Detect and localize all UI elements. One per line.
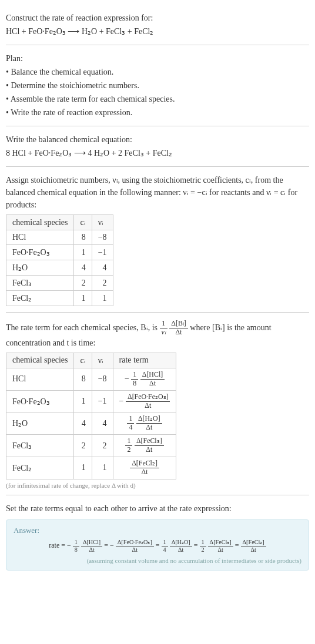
cell-species: HCl xyxy=(6,230,74,245)
balanced-section: Write the balanced chemical equation: 8 … xyxy=(6,126,309,167)
fn: Δ[HCl] xyxy=(81,539,102,546)
rt-frac-b: Δ[FeCl₂]Δt xyxy=(130,459,159,477)
eq: = xyxy=(194,541,200,549)
answer-note: (assuming constant volume and no accumul… xyxy=(14,557,301,564)
fd: 2 xyxy=(200,546,206,554)
cell-species: FeCl₂ xyxy=(6,291,74,306)
balanced-heading: Write the balanced chemical equation: xyxy=(6,133,309,146)
col-v: νᵢ xyxy=(92,353,113,368)
answer-box: Answer: rate = − 18 Δ[HCl]Δt = − Δ[FeO·F… xyxy=(6,519,309,571)
cell-rate: 14 Δ[H₂O]Δt xyxy=(113,412,176,435)
a-frac: Δ[HCl]Δt xyxy=(81,539,102,554)
fd: 8 xyxy=(131,380,138,388)
rt-pre: − xyxy=(119,396,124,405)
a-frac: 18 xyxy=(73,539,79,554)
cell-rate: − Δ[FeO·Fe₂O₃]Δt xyxy=(113,390,176,412)
fd: 4 xyxy=(127,424,134,432)
fn: Δ[FeCl₂] xyxy=(241,539,266,546)
a-frac: 12 xyxy=(200,539,206,554)
cell-rate: − 18 Δ[HCl]Δt xyxy=(113,368,176,390)
cell-c: 2 xyxy=(74,435,92,457)
cell-species: FeO·Fe₂O₃ xyxy=(6,245,74,260)
final-section: Set the rate terms equal to each other t… xyxy=(6,495,309,576)
a-frac: Δ[FeCl₂]Δt xyxy=(241,539,266,554)
rt-frac-a: 18 xyxy=(131,371,138,388)
table-row: FeCl₂ 1 1 xyxy=(6,291,113,306)
stoich-table-2: chemical species cᵢ νᵢ rate term HCl 8 −… xyxy=(6,353,176,479)
fn: 1 xyxy=(127,415,134,424)
fn: Δ[HCl] xyxy=(140,371,165,380)
rt-frac-b: Δ[FeCl₃]Δt xyxy=(135,437,164,454)
fd: 4 xyxy=(162,546,168,554)
table-row: FeCl₃ 2 2 12 Δ[FeCl₃]Δt xyxy=(6,435,176,457)
cell-rate: 12 Δ[FeCl₃]Δt xyxy=(113,435,176,457)
fd: Δt xyxy=(208,546,233,554)
cell-v: 1 xyxy=(92,291,113,306)
frac-den: Δt xyxy=(169,328,188,337)
cell-v: −8 xyxy=(92,368,113,390)
fn: 1 xyxy=(125,437,132,446)
fn: Δ[FeCl₃] xyxy=(208,539,233,546)
fd: 2 xyxy=(125,446,132,454)
fn: 1 xyxy=(200,539,206,546)
col-rate: rate term xyxy=(113,353,176,368)
intro-title: Construct the rate of reaction expressio… xyxy=(6,12,309,24)
rt-frac-b: Δ[H₂O]Δt xyxy=(136,415,162,432)
fd: Δt xyxy=(135,446,164,454)
a-frac: Δ[FeCl₃]Δt xyxy=(208,539,233,554)
plan-item: • Determine the stoichiometric numbers. xyxy=(6,79,309,92)
col-c: cᵢ xyxy=(74,353,92,368)
cell-rate: Δ[FeCl₂]Δt xyxy=(113,457,176,479)
col-v: νᵢ xyxy=(92,215,113,230)
cell-v: 2 xyxy=(92,276,113,291)
table-row: HCl 8 −8 xyxy=(6,230,113,245)
table-row: FeCl₂ 1 1 Δ[FeCl₂]Δt xyxy=(6,457,176,479)
rateterm-section: The rate term for each chemical species,… xyxy=(6,313,309,495)
rt-text-before: The rate term for each chemical species,… xyxy=(6,323,158,332)
plan-section: Plan: • Balance the chemical equation. •… xyxy=(6,45,309,126)
col-species: chemical species xyxy=(6,353,74,368)
fn: 1 xyxy=(131,371,138,380)
a-frac: Δ[FeO·Fe₂O₃]Δt xyxy=(116,539,154,554)
rt-frac-a: 14 xyxy=(127,415,134,432)
fd: 8 xyxy=(73,546,79,554)
frac-den: νᵢ xyxy=(160,328,167,337)
rt-frac-b: Δ[FeO·Fe₂O₃]Δt xyxy=(126,393,170,410)
fn: Δ[H₂O] xyxy=(136,415,162,424)
rt-frac-b: Δ[HCl]Δt xyxy=(140,371,165,388)
frac-num: Δ[Bᵢ] xyxy=(169,320,188,328)
cell-c: 8 xyxy=(74,368,92,390)
a-frac: 14 xyxy=(162,539,168,554)
fd: Δt xyxy=(116,546,154,554)
balanced-equation: 8 HCl + FeO·Fe₂O₃ ⟶ 4 H₂O + 2 FeCl₃ + Fe… xyxy=(6,147,309,159)
cell-species: FeO·Fe₂O₃ xyxy=(6,390,74,412)
fn: 1 xyxy=(162,539,168,546)
table-row: FeO·Fe₂O₃ 1 −1 − Δ[FeO·Fe₂O₃]Δt xyxy=(6,390,176,412)
cell-c: 1 xyxy=(74,291,92,306)
cell-species: HCl xyxy=(6,368,74,390)
eq: = xyxy=(235,541,241,549)
col-species: chemical species xyxy=(6,215,74,230)
cell-species: H₂O xyxy=(6,412,74,435)
cell-v: −8 xyxy=(92,230,113,245)
intro-section: Construct the rate of reaction expressio… xyxy=(6,5,309,45)
plan-item: • Assemble the rate term for each chemic… xyxy=(6,93,309,105)
fd: Δt xyxy=(140,380,165,388)
fn: 1 xyxy=(73,539,79,546)
cell-v: −1 xyxy=(92,390,113,412)
cell-v: 2 xyxy=(92,435,113,457)
cell-species: FeCl₃ xyxy=(6,276,74,291)
table-row: H₂O 4 4 xyxy=(6,260,113,276)
rateterm-note: (for infinitesimal rate of change, repla… xyxy=(6,482,309,489)
eq: = xyxy=(156,541,162,549)
a-frac: Δ[H₂O]Δt xyxy=(170,539,192,554)
frac-1: 1 νᵢ xyxy=(160,320,167,337)
plan-item: • Balance the chemical equation. xyxy=(6,66,309,78)
fn: Δ[FeO·Fe₂O₃] xyxy=(126,393,170,402)
cell-c: 4 xyxy=(74,412,92,435)
intro-equation: HCl + FeO·Fe₂O₃ ⟶ H₂O + FeCl₃ + FeCl₂ xyxy=(6,25,309,38)
cell-c: 8 xyxy=(74,230,92,245)
fn: Δ[FeO·Fe₂O₃] xyxy=(116,539,154,546)
plan-heading: Plan: xyxy=(6,52,309,65)
assign-text: Assign stoichiometric numbers, νᵢ, using… xyxy=(6,174,309,211)
